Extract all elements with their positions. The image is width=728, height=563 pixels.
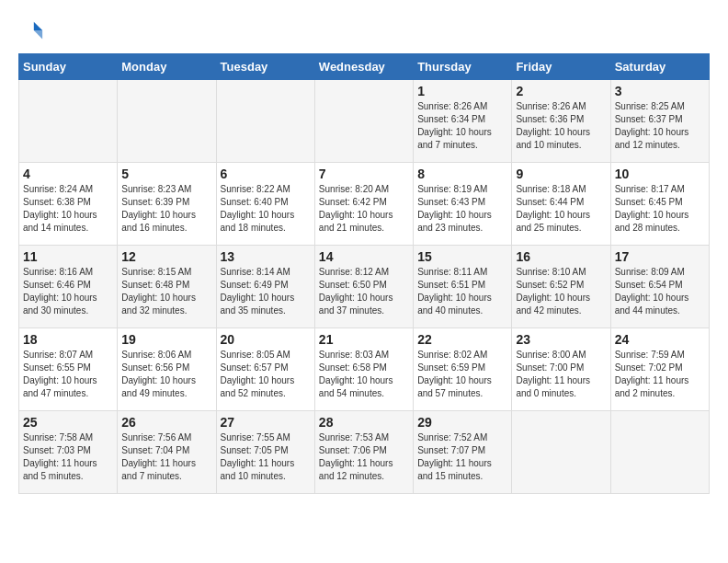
calendar-cell: 5Sunrise: 8:23 AMSunset: 6:39 PMDaylight… — [118, 163, 216, 246]
calendar-cell: 3Sunrise: 8:25 AMSunset: 6:37 PMDaylight… — [610, 80, 709, 163]
day-number: 16 — [516, 249, 606, 264]
header-sunday: Sunday — [19, 54, 118, 80]
calendar-cell — [19, 80, 118, 163]
calendar-cell: 8Sunrise: 8:19 AMSunset: 6:43 PMDaylight… — [414, 163, 512, 246]
day-info: Sunrise: 8:00 AMSunset: 7:00 PMDaylight:… — [516, 349, 606, 400]
day-info: Sunrise: 8:19 AMSunset: 6:43 PMDaylight:… — [417, 183, 507, 235]
day-number: 18 — [23, 332, 113, 347]
calendar-cell: 22Sunrise: 8:02 AMSunset: 6:59 PMDayligh… — [414, 328, 512, 411]
day-info: Sunrise: 8:09 AMSunset: 6:54 PMDaylight:… — [615, 266, 705, 317]
day-number: 27 — [221, 415, 311, 430]
day-info: Sunrise: 8:07 AMSunset: 6:55 PMDaylight:… — [23, 349, 113, 400]
calendar-table: SundayMondayTuesdayWednesdayThursdayFrid… — [18, 53, 710, 494]
day-number: 21 — [319, 332, 409, 347]
calendar-cell — [216, 80, 314, 163]
header-saturday: Saturday — [610, 54, 709, 80]
day-number: 29 — [417, 415, 507, 430]
calendar-cell: 15Sunrise: 8:11 AMSunset: 6:51 PMDayligh… — [414, 246, 512, 328]
day-number: 4 — [23, 167, 113, 181]
day-info: Sunrise: 8:17 AMSunset: 6:45 PMDaylight:… — [615, 183, 705, 235]
calendar-cell: 17Sunrise: 8:09 AMSunset: 6:54 PMDayligh… — [610, 246, 709, 328]
day-number: 13 — [221, 249, 311, 264]
calendar-cell — [610, 411, 709, 494]
calendar-body: 1Sunrise: 8:26 AMSunset: 6:34 PMDaylight… — [19, 80, 710, 494]
day-info: Sunrise: 7:56 AMSunset: 7:04 PMDaylight:… — [121, 431, 211, 483]
day-info: Sunrise: 8:14 AMSunset: 6:49 PMDaylight:… — [221, 266, 311, 317]
day-number: 23 — [516, 332, 606, 347]
header-monday: Monday — [118, 54, 216, 80]
day-number: 12 — [121, 249, 211, 264]
day-number: 10 — [615, 167, 705, 181]
header-friday: Friday — [512, 54, 610, 80]
day-number: 8 — [417, 167, 507, 181]
svg-marker-1 — [34, 30, 42, 39]
day-number: 15 — [417, 249, 507, 264]
day-number: 3 — [615, 84, 705, 98]
day-info: Sunrise: 8:06 AMSunset: 6:56 PMDaylight:… — [121, 349, 211, 400]
calendar-cell: 2Sunrise: 8:26 AMSunset: 6:36 PMDaylight… — [512, 80, 610, 163]
logo — [18, 18, 48, 44]
calendar-cell: 6Sunrise: 8:22 AMSunset: 6:40 PMDaylight… — [216, 163, 314, 246]
calendar-header: SundayMondayTuesdayWednesdayThursdayFrid… — [19, 54, 710, 80]
day-number: 19 — [121, 332, 211, 347]
day-info: Sunrise: 8:03 AMSunset: 6:58 PMDaylight:… — [319, 349, 409, 400]
day-number: 22 — [417, 332, 507, 347]
calendar-cell: 19Sunrise: 8:06 AMSunset: 6:56 PMDayligh… — [118, 328, 216, 411]
day-info: Sunrise: 8:26 AMSunset: 6:36 PMDaylight:… — [516, 100, 606, 152]
day-info: Sunrise: 8:20 AMSunset: 6:42 PMDaylight:… — [319, 183, 409, 235]
calendar-cell: 12Sunrise: 8:15 AMSunset: 6:48 PMDayligh… — [118, 246, 216, 328]
calendar-cell: 21Sunrise: 8:03 AMSunset: 6:58 PMDayligh… — [314, 328, 413, 411]
day-number: 28 — [319, 415, 409, 430]
day-info: Sunrise: 7:53 AMSunset: 7:06 PMDaylight:… — [319, 431, 409, 483]
day-info: Sunrise: 8:12 AMSunset: 6:50 PMDaylight:… — [319, 266, 409, 317]
day-number: 1 — [417, 84, 507, 98]
calendar-cell: 16Sunrise: 8:10 AMSunset: 6:52 PMDayligh… — [512, 246, 610, 328]
calendar-cell: 20Sunrise: 8:05 AMSunset: 6:57 PMDayligh… — [216, 328, 314, 411]
logo-icon — [18, 18, 44, 44]
day-info: Sunrise: 8:25 AMSunset: 6:37 PMDaylight:… — [615, 100, 705, 152]
day-info: Sunrise: 8:05 AMSunset: 6:57 PMDaylight:… — [221, 349, 311, 400]
svg-marker-0 — [34, 22, 42, 30]
header — [18, 18, 710, 44]
day-number: 11 — [23, 249, 113, 264]
calendar-cell: 23Sunrise: 8:00 AMSunset: 7:00 PMDayligh… — [512, 328, 610, 411]
calendar-cell: 1Sunrise: 8:26 AMSunset: 6:34 PMDaylight… — [414, 80, 512, 163]
day-info: Sunrise: 7:59 AMSunset: 7:02 PMDaylight:… — [615, 349, 705, 400]
day-info: Sunrise: 7:55 AMSunset: 7:05 PMDaylight:… — [221, 431, 311, 483]
calendar-cell: 9Sunrise: 8:18 AMSunset: 6:44 PMDaylight… — [512, 163, 610, 246]
header-tuesday: Tuesday — [216, 54, 314, 80]
day-info: Sunrise: 8:26 AMSunset: 6:34 PMDaylight:… — [417, 100, 507, 152]
day-number: 24 — [615, 332, 705, 347]
day-info: Sunrise: 8:24 AMSunset: 6:38 PMDaylight:… — [23, 183, 113, 235]
header-wednesday: Wednesday — [314, 54, 413, 80]
calendar-cell: 27Sunrise: 7:55 AMSunset: 7:05 PMDayligh… — [216, 411, 314, 494]
calendar-week-1: 1Sunrise: 8:26 AMSunset: 6:34 PMDaylight… — [19, 80, 710, 163]
calendar-cell: 25Sunrise: 7:58 AMSunset: 7:03 PMDayligh… — [19, 411, 118, 494]
day-info: Sunrise: 8:15 AMSunset: 6:48 PMDaylight:… — [121, 266, 211, 317]
day-number: 20 — [221, 332, 311, 347]
day-info: Sunrise: 8:18 AMSunset: 6:44 PMDaylight:… — [516, 183, 606, 235]
calendar-cell: 26Sunrise: 7:56 AMSunset: 7:04 PMDayligh… — [118, 411, 216, 494]
calendar-cell — [118, 80, 216, 163]
day-info: Sunrise: 7:52 AMSunset: 7:07 PMDaylight:… — [417, 431, 507, 483]
calendar-cell: 29Sunrise: 7:52 AMSunset: 7:07 PMDayligh… — [414, 411, 512, 494]
day-info: Sunrise: 8:11 AMSunset: 6:51 PMDaylight:… — [417, 266, 507, 317]
day-info: Sunrise: 8:22 AMSunset: 6:40 PMDaylight:… — [221, 183, 311, 235]
day-info: Sunrise: 8:10 AMSunset: 6:52 PMDaylight:… — [516, 266, 606, 317]
day-header-row: SundayMondayTuesdayWednesdayThursdayFrid… — [19, 54, 710, 80]
calendar-cell: 24Sunrise: 7:59 AMSunset: 7:02 PMDayligh… — [610, 328, 709, 411]
day-info: Sunrise: 8:02 AMSunset: 6:59 PMDaylight:… — [417, 349, 507, 400]
day-info: Sunrise: 8:23 AMSunset: 6:39 PMDaylight:… — [121, 183, 211, 235]
calendar-cell — [512, 411, 610, 494]
calendar-cell: 10Sunrise: 8:17 AMSunset: 6:45 PMDayligh… — [610, 163, 709, 246]
day-number: 14 — [319, 249, 409, 264]
calendar-cell: 13Sunrise: 8:14 AMSunset: 6:49 PMDayligh… — [216, 246, 314, 328]
day-number: 6 — [221, 167, 311, 181]
calendar-cell: 7Sunrise: 8:20 AMSunset: 6:42 PMDaylight… — [314, 163, 413, 246]
calendar-cell: 4Sunrise: 8:24 AMSunset: 6:38 PMDaylight… — [19, 163, 118, 246]
day-number: 7 — [319, 167, 409, 181]
calendar-cell: 28Sunrise: 7:53 AMSunset: 7:06 PMDayligh… — [314, 411, 413, 494]
calendar-week-3: 11Sunrise: 8:16 AMSunset: 6:46 PMDayligh… — [19, 246, 710, 328]
header-thursday: Thursday — [414, 54, 512, 80]
calendar-cell: 18Sunrise: 8:07 AMSunset: 6:55 PMDayligh… — [19, 328, 118, 411]
